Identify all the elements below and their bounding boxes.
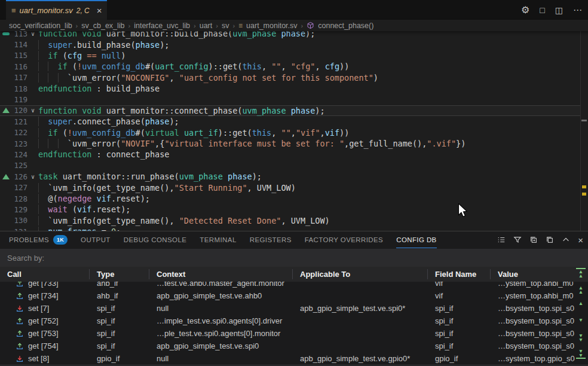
line-number: 122 [12,128,27,137]
code-line[interactable]: 122 if (!uvm_config_db#(virtual uart_if)… [0,127,581,138]
fold-icon[interactable]: ∨ [27,107,38,114]
code-editor[interactable]: 113∨function void uart_monitor::build_ph… [0,31,588,231]
code-line[interactable]: 126∨task uart_monitor::run_phase(uvm_pha… [0,171,581,182]
line-number: 125 [12,161,27,170]
table-row[interactable]: get [734]ahb_ifapb_gpio_simple_test.ve.a… [0,289,588,302]
code-line[interactable]: 115 if (cfg == null) [0,50,581,61]
column-header-call[interactable]: Call [0,269,90,279]
more-actions-icon[interactable]: ⋯ [573,5,582,14]
maximize-panel-icon[interactable] [562,236,570,244]
code-line[interactable]: 124endfunction : connect_phase [0,149,581,160]
search-label: Search by: [7,254,44,263]
close-icon[interactable]: × [97,5,102,16]
code-line[interactable]: 127 `uvm_info(get_type_name(),"Start Run… [0,182,581,193]
panel-tab-config-db[interactable]: CONFIG DB [396,231,437,248]
breadcrumb-item[interactable]: sv_cb_ex_lib [81,22,124,30]
panel-tab-terminal[interactable]: TERMINAL [200,232,236,248]
column-header-field-name[interactable]: Field Name [428,269,491,279]
cell-field-name: spi_if [428,316,491,325]
column-header-type[interactable]: Type [90,269,149,279]
duplicate-plus-icon[interactable] [529,236,538,244]
code-text: `uvm_info(get_type_name(), "Detected Res… [38,216,330,225]
code-line[interactable]: 130 `uvm_info(get_type_name(), "Detected… [0,215,581,226]
panel-tab-debug-console[interactable]: DEBUG CONSOLE [124,232,187,248]
fold-icon[interactable]: ∨ [27,31,38,37]
code-line[interactable]: 114 super.build_phase(phase); [0,39,581,50]
panel-tab-factory-overrides[interactable]: FACTORY OVERRIDES [305,232,383,248]
code-line[interactable]: 118endfunction : build_phase [0,83,581,94]
panel-tab-output[interactable]: OUTPUT [81,232,111,248]
scroll-to-top-icon[interactable]: ▲▲ [576,268,586,277]
cell-type: spi_if [90,316,149,325]
cell-call: get [752] [0,316,90,325]
line-number: 120 [12,106,27,115]
panel-tab-registers[interactable]: REGISTERS [250,232,292,248]
code-text: if (!uvm_config_db#(virtual uart_if)::ge… [38,128,349,138]
table-row[interactable]: set [8]gpio_ifnullapb_gpio_simple_test.v… [0,352,588,365]
duplicate-icon[interactable] [546,236,554,244]
code-line[interactable]: 121 super.connect_phase(phase); [0,116,581,127]
table-row[interactable]: set [7]spi_ifnullapb_gpio_simple_test.ve… [0,302,588,315]
column-header-context[interactable]: Context [149,269,293,279]
list-icon[interactable] [497,236,506,244]
code-line[interactable]: 116 if (!uvm_config_db#(uart_config)::ge… [0,61,581,72]
panel-tab-problems[interactable]: PROBLEMS1K [9,232,68,248]
code-line[interactable]: 131 num_frames = 0; [0,226,581,231]
filter-icon[interactable] [513,236,522,244]
code-line[interactable]: 119 [0,94,581,105]
get-icon [16,292,24,300]
breadcrumb-symbol[interactable]: connect_phase() [318,22,373,30]
symbol-method-icon [307,22,314,29]
table-row[interactable]: get [754]spi_ifapb_gpio_simple_test.ve.s… [0,340,588,352]
panel-actions: × [497,231,583,248]
code-line[interactable]: 123 `uvm_error("NOVIF",{"virtual interfa… [0,138,581,149]
code-line[interactable]: 113∨function void uart_monitor::build_ph… [0,31,581,39]
code-text: task uart_monitor::run_phase(uvm_phase p… [38,172,262,181]
cell-field-name: spi_if [428,341,491,350]
line-number: 115 [12,51,27,60]
table-row[interactable]: get [752]spi_if…imple_test.ve.spi0.agent… [0,315,588,327]
scroll-down-icon[interactable]: ▼ [576,318,586,322]
line-number: 121 [12,117,27,126]
code-text: `uvm_info(get_type_name(),"Start Running… [38,183,296,193]
layout-square-icon[interactable]: □ [540,6,544,14]
overview-ruler[interactable] [580,31,588,231]
column-header-value[interactable]: Value [491,269,588,279]
tab-label: uart_monitor.sv [20,6,73,15]
code-text: if (cfg == null) [38,51,125,60]
settings-icon[interactable]: ⚙ [521,5,529,15]
breadcrumb: soc_verification_lib›sv_cb_ex_lib›interf… [0,20,588,31]
column-header-applicable-to[interactable]: Applicable To [293,269,428,279]
breadcrumb-item[interactable]: sv [222,22,229,30]
code-text: super.connect_phase(phase); [38,117,179,126]
code-line[interactable]: 128 @(negedge vif.reset); [0,193,581,204]
code-line[interactable]: 125 [0,160,581,171]
breadcrumb-file[interactable]: uart_monitor.sv [246,22,297,30]
scroll-to-bottom-icon[interactable]: ▼▼ [576,349,586,359]
fold-icon[interactable]: ∨ [27,173,38,180]
breadcrumb-item[interactable]: uart [200,22,213,30]
breadcrumb-item[interactable]: soc_verification_lib [9,22,72,30]
line-number: 126 [12,172,27,181]
editor-tab[interactable]: ≡ uart_monitor.sv 2, C × [6,0,107,20]
cell-field-name: spi_if [428,329,491,338]
search-bar[interactable]: Search by: [0,249,588,267]
scroll-up-icon[interactable]: ▲ [576,301,586,306]
file-lines-icon: ≡ [238,22,243,30]
code-line[interactable]: 117 `uvm_error("NOCONFIG", "uart_config … [0,72,581,83]
table-row[interactable]: get [753]spi_if…ple_test.ve.spi0.agents[… [0,327,588,340]
tab-bar: ≡ uart_monitor.sv 2, C × ⚙□◫⋯ [0,0,588,20]
page-down-icon[interactable]: ▼▼ [576,334,586,341]
breadcrumb-item[interactable]: interface_uvc_lib [134,22,190,30]
code-line[interactable]: 129 wait (vif.reset); [0,204,581,215]
page-up-icon[interactable]: ▲▲ [576,286,586,294]
cell-call: get [754] [0,341,90,350]
gutter-marker-triangle [0,108,12,113]
breadcrumb-separator: › [76,22,78,29]
code-line[interactable]: 120∨function void uart_monitor::connect_… [0,105,581,116]
split-editor-icon[interactable]: ◫ [555,6,563,14]
close-panel-icon[interactable]: × [578,235,583,245]
line-number: 123 [12,139,27,148]
get-icon [16,317,24,325]
breadcrumb-separator: › [194,22,196,29]
